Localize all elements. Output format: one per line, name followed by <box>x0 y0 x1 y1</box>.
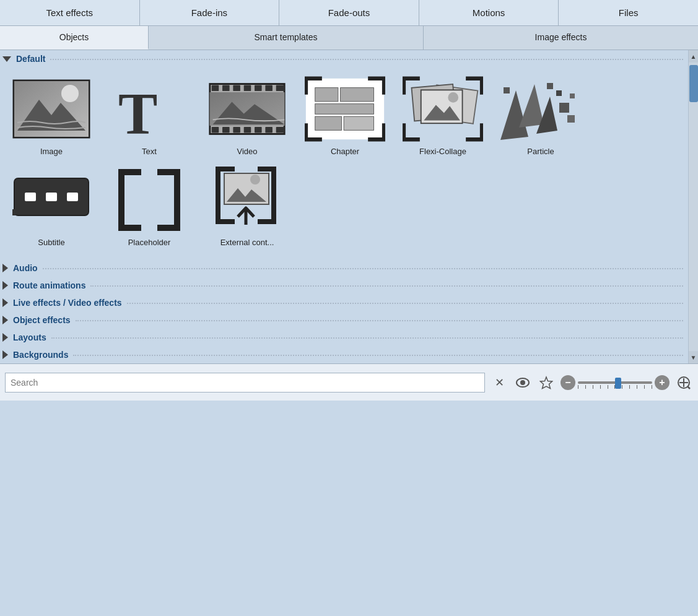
item-video[interactable]: Video <box>201 72 294 158</box>
tab-fade-ins[interactable]: Fade-ins <box>140 0 280 25</box>
svg-rect-16 <box>244 127 251 133</box>
item-flexi-collage-label: Flexi-Collage <box>419 147 466 156</box>
svg-rect-38 <box>567 115 575 123</box>
svg-rect-40 <box>556 90 562 96</box>
section-route-divider <box>90 285 683 287</box>
item-image-label: Image <box>40 147 63 156</box>
svg-marker-35 <box>519 84 544 128</box>
clear-search-button[interactable]: ✕ <box>490 373 508 392</box>
section-live-divider <box>127 303 683 304</box>
section-route-header[interactable]: Route animations <box>0 277 686 294</box>
svg-rect-13 <box>212 127 219 133</box>
svg-marker-54 <box>541 377 552 389</box>
subtitle-icon-svg <box>11 169 92 231</box>
tab-files[interactable]: Files <box>559 0 698 25</box>
section-audio-arrow <box>2 264 8 272</box>
item-placeholder-label: Placeholder <box>128 238 171 247</box>
item-external-content[interactable]: External cont... <box>201 163 294 249</box>
section-default-divider <box>50 59 683 60</box>
section-audio-header[interactable]: Audio <box>0 259 686 277</box>
svg-rect-25 <box>341 88 374 102</box>
section-backgrounds-title: Backgrounds <box>13 350 68 360</box>
scroll-up-arrow[interactable]: ▲ <box>689 50 699 63</box>
svg-rect-26 <box>315 104 374 115</box>
favorites-button[interactable] <box>537 373 556 392</box>
text-icon-svg: T <box>112 78 186 140</box>
item-external-content-label: External cont... <box>220 238 274 247</box>
item-chapter-label: Chapter <box>331 147 359 156</box>
section-layouts-divider <box>51 337 683 339</box>
item-flexi-collage[interactable]: Flexi-Collage <box>396 72 489 158</box>
item-video-label: Video <box>237 147 257 156</box>
text-icon: T <box>109 75 190 143</box>
tab-fade-outs[interactable]: Fade-outs <box>279 0 419 25</box>
section-live-arrow <box>2 298 8 307</box>
flexi-collage-icon-svg <box>403 75 483 143</box>
scroll-track[interactable] <box>689 63 698 351</box>
tab-text-effects[interactable]: Text effects <box>0 0 140 25</box>
section-live-header[interactable]: Live effects / Video effects <box>0 294 686 311</box>
scroll-down-arrow[interactable]: ▼ <box>689 351 699 363</box>
section-object-effects-header[interactable]: Object effects <box>0 311 686 329</box>
zoom-out-button[interactable]: − <box>561 375 575 390</box>
scroll-thumb[interactable] <box>689 65 698 102</box>
svg-rect-10 <box>255 85 262 91</box>
image-icon <box>11 75 92 143</box>
svg-rect-47 <box>67 193 78 201</box>
svg-rect-6 <box>212 85 219 91</box>
item-text[interactable]: T Text <box>103 72 196 158</box>
scrollbar[interactable]: ▲ ▼ <box>688 50 698 363</box>
zoom-slider-handle[interactable] <box>615 378 621 389</box>
svg-rect-11 <box>265 85 273 91</box>
svg-point-33 <box>448 92 458 103</box>
svg-rect-9 <box>244 85 251 91</box>
placeholder-icon <box>109 166 190 234</box>
svg-rect-17 <box>255 127 262 133</box>
image-icon-svg <box>11 78 92 140</box>
scrollable-area[interactable]: Default <box>0 50 688 363</box>
zoom-in-button[interactable]: + <box>655 375 670 390</box>
item-particle-label: Particle <box>527 147 554 156</box>
zoom-fit-icon <box>677 376 691 389</box>
tab-objects[interactable]: Objects <box>0 26 149 50</box>
section-default-header[interactable]: Default <box>0 50 686 67</box>
search-input[interactable] <box>5 373 485 393</box>
external-content-icon-svg <box>207 166 287 234</box>
main-content: Default <box>0 50 698 363</box>
flexi-collage-icon <box>403 75 483 143</box>
item-particle[interactable]: Particle <box>494 72 587 158</box>
tab-image-effects[interactable]: Image effects <box>424 26 698 50</box>
section-backgrounds-arrow <box>2 350 8 359</box>
svg-line-58 <box>687 386 690 389</box>
svg-point-53 <box>520 380 525 385</box>
section-route-title: Route animations <box>13 280 85 290</box>
section-layouts-arrow <box>2 333 8 342</box>
svg-rect-7 <box>222 85 230 91</box>
svg-rect-28 <box>344 116 373 130</box>
section-route-arrow <box>2 281 8 290</box>
item-placeholder[interactable]: Placeholder <box>103 163 196 249</box>
section-default-title: Default <box>16 54 45 64</box>
svg-rect-24 <box>315 88 338 102</box>
section-object-effects-divider <box>76 320 683 321</box>
svg-rect-42 <box>547 83 553 89</box>
tab-motions[interactable]: Motions <box>419 0 559 25</box>
tab-smart-templates[interactable]: Smart templates <box>149 26 424 50</box>
zoom-fit-button[interactable] <box>674 373 693 392</box>
section-layouts-header[interactable]: Layouts <box>0 329 686 346</box>
item-subtitle-label: Subtitle <box>38 238 64 247</box>
visibility-toggle-button[interactable] <box>513 373 532 392</box>
svg-rect-8 <box>233 85 240 91</box>
section-backgrounds-header[interactable]: Backgrounds <box>0 346 686 363</box>
item-subtitle[interactable]: Subtitle <box>5 163 98 249</box>
external-content-icon <box>207 166 287 234</box>
placeholder-icon-svg <box>109 169 190 231</box>
section-default-arrow <box>2 56 11 62</box>
item-chapter[interactable]: Chapter <box>299 72 391 158</box>
svg-rect-39 <box>504 87 510 93</box>
svg-point-50 <box>250 175 260 184</box>
section-object-effects-title: Object effects <box>13 315 71 325</box>
svg-rect-18 <box>265 127 273 133</box>
star-icon <box>539 376 553 389</box>
item-image[interactable]: Image <box>5 72 98 158</box>
